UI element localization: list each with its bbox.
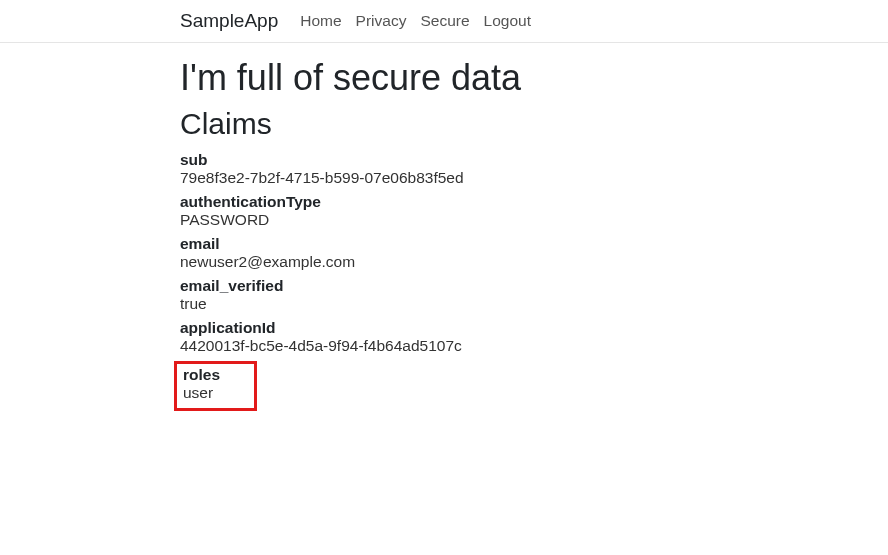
claim-value: newuser2@example.com xyxy=(180,253,720,271)
nav-link-logout[interactable]: Logout xyxy=(484,12,531,30)
claim-key: applicationId xyxy=(180,319,720,337)
claim-key: authenticationType xyxy=(180,193,720,211)
claim-value: true xyxy=(180,295,720,313)
nav-link-privacy[interactable]: Privacy xyxy=(356,12,407,30)
claim-key: email xyxy=(180,235,720,253)
claim-key: email_verified xyxy=(180,277,720,295)
nav-link-home[interactable]: Home xyxy=(300,12,341,30)
claim-key: sub xyxy=(180,151,720,169)
claims-list: sub 79e8f3e2-7b2f-4715-b599-07e06b83f5ed… xyxy=(180,151,720,411)
nav-link-secure[interactable]: Secure xyxy=(420,12,469,30)
brand-link[interactable]: SampleApp xyxy=(180,10,278,32)
claim-value: 4420013f-bc5e-4d5a-9f94-f4b64ad5107c xyxy=(180,337,720,355)
highlight-annotation: roles user xyxy=(174,361,257,411)
page-subtitle: Claims xyxy=(180,107,720,141)
claim-value: user xyxy=(183,384,220,402)
claim-value: PASSWORD xyxy=(180,211,720,229)
navbar: SampleApp Home Privacy Secure Logout xyxy=(0,0,888,43)
page-title: I'm full of secure data xyxy=(180,57,720,99)
navbar-container: SampleApp Home Privacy Secure Logout xyxy=(180,10,720,32)
claim-value: 79e8f3e2-7b2f-4715-b599-07e06b83f5ed xyxy=(180,169,720,187)
claim-key: roles xyxy=(183,366,220,384)
main-content: I'm full of secure data Claims sub 79e8f… xyxy=(180,43,720,411)
